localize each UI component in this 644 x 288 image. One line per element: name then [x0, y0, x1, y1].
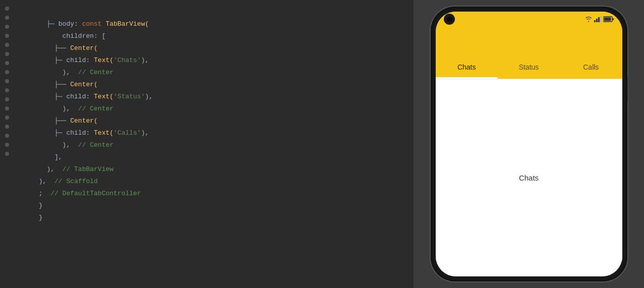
- phone-device: Chats Status Calls Chats: [431, 7, 627, 281]
- signal-icon: [594, 16, 601, 22]
- status-bar: [436, 12, 622, 27]
- content-text: Chats: [519, 174, 539, 182]
- tab-calls-label: Calls: [583, 63, 599, 71]
- app-bar: [436, 27, 622, 55]
- gutter-dot: [5, 34, 9, 38]
- code-line-1: ├─ body: const TabBarView(: [15, 6, 414, 18]
- gutter-dot: [5, 125, 9, 129]
- gutter-dot: [5, 88, 9, 92]
- svg-rect-3: [600, 16, 601, 22]
- gutter-dot: [5, 79, 9, 83]
- svg-rect-5: [612, 18, 614, 20]
- tab-chats[interactable]: Chats: [436, 55, 498, 79]
- tab-chats-label: Chats: [457, 63, 476, 71]
- gutter-dot: [5, 143, 9, 147]
- phone-screen: Chats Status Calls Chats: [436, 12, 622, 276]
- phone-panel: Chats Status Calls Chats: [414, 0, 644, 288]
- side-button: [627, 77, 629, 102]
- tab-calls[interactable]: Calls: [560, 55, 622, 79]
- gutter-dot: [5, 43, 9, 47]
- gutter-dot: [5, 97, 9, 101]
- status-icons: [585, 16, 614, 22]
- code-line-17: }: [15, 200, 414, 212]
- camera-lens: [447, 17, 452, 22]
- tab-bar[interactable]: Chats Status Calls: [436, 55, 622, 79]
- code-panel: ├─ body: const TabBarView( children: [ ├…: [0, 0, 414, 288]
- tab-status[interactable]: Status: [498, 55, 560, 79]
- battery-icon: [603, 16, 614, 22]
- code-line-13: ), // TabBarView: [15, 151, 414, 163]
- svg-rect-0: [594, 20, 596, 22]
- gutter-dot: [5, 134, 9, 138]
- wifi-icon: [585, 16, 592, 22]
- gutter-dot: [5, 152, 9, 156]
- gutter-dot: [5, 25, 9, 29]
- gutter-dot: [5, 61, 9, 65]
- content-area: Chats: [436, 79, 622, 276]
- gutter-dot: [5, 70, 9, 74]
- code-lines: ├─ body: const TabBarView( children: [ ├…: [15, 4, 414, 212]
- gutter-dot: [5, 7, 9, 11]
- camera-notch: [444, 14, 455, 25]
- gutter-dot: [5, 16, 9, 20]
- gutter-dot: [5, 106, 9, 110]
- gutter-dot: [5, 52, 9, 56]
- tab-status-label: Status: [519, 63, 539, 71]
- svg-rect-1: [596, 19, 598, 22]
- svg-rect-6: [604, 18, 611, 21]
- svg-rect-2: [598, 17, 600, 22]
- gutter-dot: [5, 116, 9, 120]
- gutter: [0, 0, 14, 288]
